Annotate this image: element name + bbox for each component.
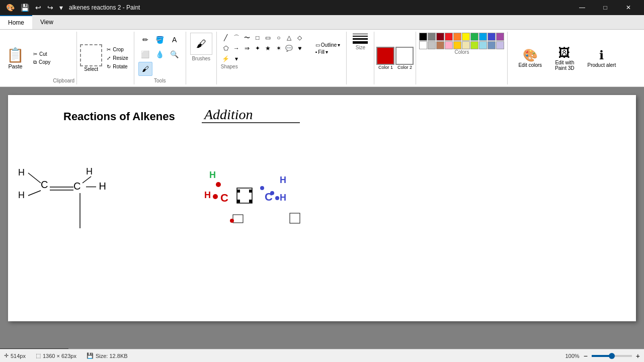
- cut-button[interactable]: ✂ Cut: [31, 50, 53, 58]
- swatch-lime[interactable]: [470, 41, 478, 49]
- colorpicker-tool[interactable]: 💧: [153, 47, 167, 61]
- copy-icon: ⧉: [33, 59, 37, 65]
- product-alert-button[interactable]: ℹ Product alert: [583, 47, 620, 69]
- canvas-subtitle: Addition: [203, 107, 253, 122]
- brushes-button[interactable]: 🖌: [190, 33, 212, 55]
- swatch-blue[interactable]: [488, 33, 496, 41]
- shape-callout[interactable]: 💬: [284, 43, 294, 53]
- shapes-row: ╱ ⌒ 〜 □ ▭ ○ △ ◇ ⬠ → ⇒ ✦ ★ ✶ 💬 ♥: [221, 33, 343, 64]
- zoom-in-button[interactable]: +: [636, 352, 640, 360]
- zoom-out-button[interactable]: −: [584, 352, 588, 360]
- shape-star4[interactable]: ✦: [253, 43, 263, 53]
- swatch-orange[interactable]: [453, 33, 461, 41]
- paste-icon: 📋: [7, 47, 24, 63]
- swatch-brown[interactable]: [436, 41, 444, 49]
- swatch-lightblue[interactable]: [479, 41, 487, 49]
- svg-point-15: [216, 182, 221, 187]
- color2-swatch[interactable]: [395, 47, 414, 65]
- svg-text:H: H: [18, 167, 25, 177]
- shape-ellipse[interactable]: ○: [274, 33, 284, 43]
- svg-point-17: [213, 194, 218, 199]
- edit-colors-button[interactable]: 🎨 Edit colors: [514, 47, 546, 69]
- crop-button[interactable]: ✂ Crop: [104, 46, 131, 53]
- shape-arrow2[interactable]: ⇒: [242, 43, 252, 53]
- paste-button[interactable]: 📋 Paste: [2, 44, 29, 72]
- outline-button[interactable]: ▭ Outline ▾: [313, 42, 343, 48]
- color1-swatch[interactable]: [376, 47, 394, 65]
- size-5px[interactable]: [353, 41, 368, 44]
- size-3px[interactable]: [353, 38, 368, 40]
- color-row-1: [419, 33, 504, 41]
- swatch-gold[interactable]: [453, 41, 461, 49]
- size-2px[interactable]: [353, 36, 368, 37]
- shape-roundrect[interactable]: ▭: [263, 33, 273, 43]
- swatch-black[interactable]: [419, 33, 427, 41]
- shape-freeform[interactable]: 〜: [242, 33, 252, 43]
- shape-star5[interactable]: ★: [263, 43, 273, 53]
- shape-curve[interactable]: ⌒: [231, 33, 242, 43]
- fill-tool[interactable]: 🪣: [153, 33, 167, 47]
- size-label: Size: [356, 45, 365, 50]
- tab-home[interactable]: Home: [0, 15, 32, 29]
- swatch-steelblue[interactable]: [488, 41, 496, 49]
- quick-access-toolbar: 🎨 💾 ↩ ↪ ▾: [4, 3, 65, 13]
- swatch-red[interactable]: [445, 33, 453, 41]
- swatch-lavender[interactable]: [496, 41, 504, 49]
- shape-lightning[interactable]: ⚡: [221, 54, 231, 64]
- shape-rect[interactable]: □: [253, 33, 263, 43]
- fill-button[interactable]: ▪ Fill ▾: [313, 49, 343, 55]
- resize-button[interactable]: ⤢ Resize: [104, 54, 131, 62]
- pencil-tool[interactable]: ✏: [138, 33, 152, 47]
- shape-triangle[interactable]: △: [284, 33, 294, 43]
- minimize-button[interactable]: —: [571, 0, 594, 15]
- select-label: Select: [84, 66, 98, 72]
- select-button[interactable]: Select: [80, 44, 102, 72]
- copy-button[interactable]: ⧉ Copy: [31, 58, 53, 66]
- eraser-tool[interactable]: ⬜: [138, 47, 152, 61]
- tab-view[interactable]: View: [32, 15, 61, 29]
- canvas-title: Reactions of Alkenes: [63, 110, 175, 123]
- shape-line[interactable]: ╱: [221, 33, 231, 43]
- swatch-cream[interactable]: [462, 41, 470, 49]
- edit-paint3d-button[interactable]: 🖼 Edit with Paint 3D: [550, 44, 579, 72]
- canvas-container[interactable]: Reactions of Alkenes Addition H C H C H …: [8, 95, 636, 321]
- redo-button[interactable]: ↪: [45, 3, 55, 13]
- shape-heart[interactable]: ♥: [295, 43, 305, 53]
- swatch-green[interactable]: [470, 33, 478, 41]
- zoom-area: 100% − +: [565, 352, 640, 360]
- paste-label: Paste: [8, 63, 22, 69]
- color-palette: [419, 33, 504, 49]
- shape-star6[interactable]: ✶: [274, 43, 284, 53]
- statusbar: ✛ 514px ⬚ 1360 × 623px 💾 Size: 12.8KB 10…: [0, 349, 644, 362]
- color-row-2: [419, 41, 504, 49]
- shape-diamond[interactable]: ◇: [295, 33, 305, 43]
- svg-text:H: H: [280, 193, 286, 203]
- clipboard-sub-buttons: ✂ Cut ⧉ Copy: [31, 50, 53, 66]
- swatch-yellow[interactable]: [462, 33, 470, 41]
- save-button[interactable]: 💾: [19, 3, 31, 13]
- swatch-darkred[interactable]: [436, 33, 444, 41]
- rotate-button[interactable]: ↻ Rotate: [104, 63, 131, 70]
- shape-pentagon[interactable]: ⬠: [221, 43, 231, 53]
- maximize-button[interactable]: □: [594, 0, 617, 15]
- swatch-gray[interactable]: [428, 33, 436, 41]
- close-button[interactable]: ✕: [617, 0, 640, 15]
- text-tool[interactable]: A: [168, 33, 182, 47]
- swatch-cyan[interactable]: [479, 33, 487, 41]
- window-title: alkenes reactions 2 - Paint: [69, 4, 140, 11]
- undo-button[interactable]: ↩: [33, 3, 43, 13]
- zoom-slider[interactable]: [592, 355, 632, 357]
- swatch-pink[interactable]: [445, 41, 453, 49]
- zoom-slider-thumb[interactable]: [609, 353, 615, 359]
- svg-text:H: H: [280, 175, 286, 185]
- size-1px[interactable]: [353, 34, 368, 34]
- swatch-white[interactable]: [419, 41, 427, 49]
- swatch-lightgray[interactable]: [428, 41, 436, 49]
- magnify-tool[interactable]: 🔍: [168, 47, 182, 61]
- shape-more[interactable]: ▾: [231, 54, 242, 64]
- swatch-purple[interactable]: [496, 33, 504, 41]
- dropdown-arrow[interactable]: ▾: [57, 3, 65, 13]
- shapes-label: Shapes: [221, 64, 343, 69]
- brush-tool active[interactable]: 🖌: [138, 62, 152, 76]
- shape-arrow[interactable]: →: [231, 43, 242, 53]
